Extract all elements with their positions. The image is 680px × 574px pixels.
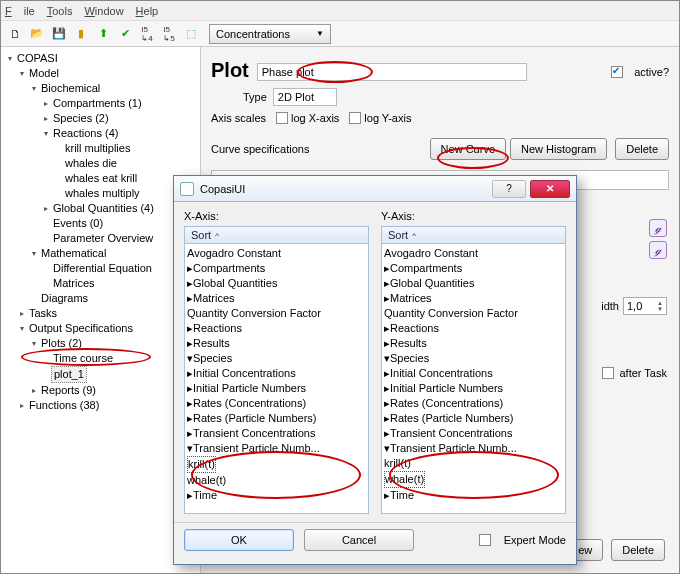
cancel-button[interactable]: Cancel: [304, 529, 414, 551]
y-item-whale[interactable]: whale(t): [384, 471, 425, 488]
is2-icon[interactable]: I5↳5: [159, 24, 179, 44]
tree-plots[interactable]: Plots (2): [39, 336, 84, 351]
tree-compartments[interactable]: Compartments (1): [51, 96, 144, 111]
y-item-avogadro[interactable]: Avogadro Constant: [384, 246, 478, 261]
after-task-checkbox[interactable]: [602, 367, 614, 379]
plot-name-input[interactable]: [257, 63, 527, 81]
tree-r3[interactable]: whales eat krill: [63, 171, 139, 186]
y-item-results[interactable]: Results: [390, 336, 427, 351]
x-item-transc[interactable]: Transient Concentrations: [193, 426, 316, 441]
after-task-label: after Task: [620, 367, 668, 379]
y-item-initconc[interactable]: Initial Concentrations: [390, 366, 493, 381]
db-icon[interactable]: ▮: [71, 24, 91, 44]
open-icon[interactable]: 📂: [27, 24, 47, 44]
x-item-species[interactable]: Species: [193, 351, 232, 366]
active-label: active?: [634, 66, 669, 78]
y-item-initpart[interactable]: Initial Particle Numbers: [390, 381, 503, 396]
tree-functions[interactable]: Functions (38): [27, 398, 101, 413]
y-item-species[interactable]: Species: [390, 351, 429, 366]
tree-diagrams[interactable]: Diagrams: [39, 291, 90, 306]
tree-reactions[interactable]: Reactions (4): [51, 126, 120, 141]
tree-tasks[interactable]: Tasks: [27, 306, 59, 321]
y-item-time[interactable]: Time: [390, 488, 414, 503]
export-icon[interactable]: ⬆: [93, 24, 113, 44]
object-browser-icon[interactable]: ℊ: [649, 219, 667, 237]
ok-button[interactable]: OK: [184, 529, 294, 551]
x-item-globalq[interactable]: Global Quantities: [193, 276, 277, 291]
close-button[interactable]: ✕: [530, 180, 570, 198]
tree-plot1[interactable]: plot_1: [51, 366, 87, 383]
y-item-transp[interactable]: Transient Particle Numb...: [390, 441, 517, 456]
menu-file[interactable]: File: [5, 5, 35, 17]
tree-events[interactable]: Events (0): [51, 216, 105, 231]
active-checkbox[interactable]: [611, 66, 623, 78]
concentration-label: Concentrations: [216, 28, 290, 40]
object-browser-icon-2[interactable]: ℊ: [649, 241, 667, 259]
y-item-matrices[interactable]: Matrices: [390, 291, 432, 306]
y-item-ratesc[interactable]: Rates (Concentrations): [390, 396, 503, 411]
x-item-krill[interactable]: krill(t): [187, 456, 216, 473]
y-item-reactions[interactable]: Reactions: [390, 321, 439, 336]
delete-button[interactable]: Delete: [611, 539, 665, 561]
logy-checkbox[interactable]: [349, 112, 361, 124]
y-item-transc[interactable]: Transient Concentrations: [390, 426, 513, 441]
new-histogram-button[interactable]: New Histogram: [510, 138, 607, 160]
save-icon[interactable]: 💾: [49, 24, 69, 44]
menu-help[interactable]: Help: [136, 5, 159, 17]
x-item-whale[interactable]: whale(t): [187, 473, 226, 488]
y-item-compartments[interactable]: Compartments: [390, 261, 462, 276]
x-item-avogadro[interactable]: Avogadro Constant: [187, 246, 281, 261]
x-item-reactions[interactable]: Reactions: [193, 321, 242, 336]
xaxis-list[interactable]: Avogadro Constant ▸Compartments ▸Global …: [184, 244, 369, 514]
new-file-icon[interactable]: 🗋: [5, 24, 25, 44]
x-item-ratesc[interactable]: Rates (Concentrations): [193, 396, 306, 411]
dialog-titlebar[interactable]: CopasiUI ? ✕: [174, 176, 576, 202]
x-item-time[interactable]: Time: [193, 488, 217, 503]
y-item-krill[interactable]: krill(t): [384, 456, 411, 471]
y-item-qcf[interactable]: Quantity Conversion Factor: [384, 306, 518, 321]
y-item-globalq[interactable]: Global Quantities: [390, 276, 474, 291]
x-item-initconc[interactable]: Initial Concentrations: [193, 366, 296, 381]
help-button[interactable]: ?: [492, 180, 526, 198]
tree-diffeq[interactable]: Differential Equation: [51, 261, 154, 276]
x-item-transp[interactable]: Transient Particle Numb...: [193, 441, 320, 456]
tree-r4[interactable]: whales multiply: [63, 186, 142, 201]
tree-root[interactable]: COPASI: [15, 51, 60, 66]
delete-curve-button[interactable]: Delete: [615, 138, 669, 160]
x-item-qcf[interactable]: Quantity Conversion Factor: [187, 306, 321, 321]
tree-r2[interactable]: whales die: [63, 156, 119, 171]
yaxis-sort-header[interactable]: Sort^: [381, 226, 566, 244]
nav-tree[interactable]: ▾COPASI ▾Model ▾Biochemical ▸Compartment…: [1, 47, 201, 573]
width-label: idth: [601, 300, 619, 312]
tree-paramover[interactable]: Parameter Overview: [51, 231, 155, 246]
tree-mathematical[interactable]: Mathematical: [39, 246, 108, 261]
menu-tools[interactable]: Tools: [47, 5, 73, 17]
tree-matrices[interactable]: Matrices: [51, 276, 97, 291]
logx-checkbox[interactable]: [276, 112, 288, 124]
expert-mode-checkbox[interactable]: [479, 534, 491, 546]
tree-model[interactable]: Model: [27, 66, 61, 81]
x-item-initpart[interactable]: Initial Particle Numbers: [193, 381, 306, 396]
yaxis-list[interactable]: Avogadro Constant ▸Compartments ▸Global …: [381, 244, 566, 514]
xaxis-sort-header[interactable]: Sort^: [184, 226, 369, 244]
tree-globalq[interactable]: Global Quantities (4): [51, 201, 156, 216]
menu-window[interactable]: Window: [84, 5, 123, 17]
x-item-matrices[interactable]: Matrices: [193, 291, 235, 306]
x-item-compartments[interactable]: Compartments: [193, 261, 265, 276]
tree-reports[interactable]: Reports (9): [39, 383, 98, 398]
tree-biochemical[interactable]: Biochemical: [39, 81, 102, 96]
y-item-ratesp[interactable]: Rates (Particle Numbers): [390, 411, 513, 426]
concentration-select[interactable]: Concentrations ▼: [209, 24, 331, 44]
width-spinner[interactable]: 1,0▲▼: [623, 297, 667, 315]
slider-icon[interactable]: ⬚: [181, 24, 201, 44]
is1-icon[interactable]: I5↳4: [137, 24, 157, 44]
x-item-ratesp[interactable]: Rates (Particle Numbers): [193, 411, 316, 426]
type-input[interactable]: [273, 88, 337, 106]
new-curve-button[interactable]: New Curve: [430, 138, 506, 160]
tree-r1[interactable]: krill multiplies: [63, 141, 132, 156]
check-icon[interactable]: ✔: [115, 24, 135, 44]
tree-timecourse[interactable]: Time course: [51, 351, 115, 366]
x-item-results[interactable]: Results: [193, 336, 230, 351]
tree-outputspec[interactable]: Output Specifications: [27, 321, 135, 336]
tree-species[interactable]: Species (2): [51, 111, 111, 126]
